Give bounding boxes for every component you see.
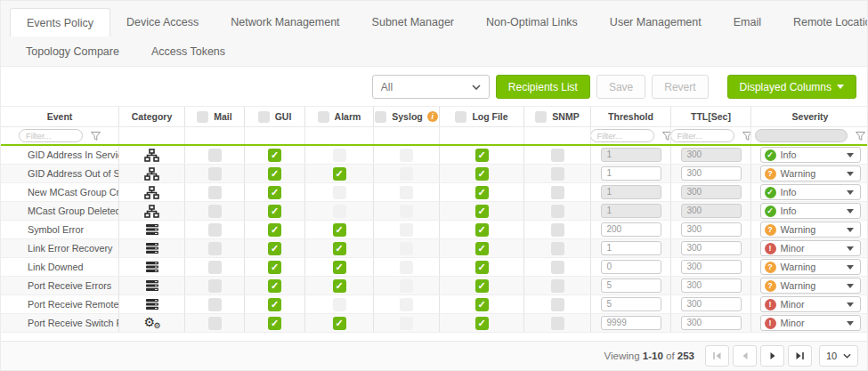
tab-email[interactable]: Email [718, 8, 777, 36]
threshold-input[interactable]: 1 [601, 241, 661, 255]
alarm-checkbox[interactable] [333, 298, 346, 311]
severity-select[interactable]: ?Warning [760, 222, 861, 238]
ttl-input[interactable]: 300 [681, 316, 742, 330]
threshold-input[interactable]: 200 [601, 222, 661, 237]
page-size-select[interactable]: 10 [819, 345, 858, 367]
syslog-checkbox[interactable] [400, 242, 413, 255]
ttl-input[interactable]: 300 [681, 260, 742, 274]
info-icon[interactable]: i [427, 111, 438, 122]
syslog-checkbox[interactable] [400, 223, 413, 237]
tab-topology-compare[interactable]: Topology Compare [10, 37, 135, 66]
gui-checkbox[interactable]: ✓ [268, 242, 281, 255]
log-file-checkbox[interactable]: ✓ [475, 261, 489, 274]
gui-checkbox[interactable]: ✓ [268, 167, 281, 181]
syslog-checkbox[interactable] [400, 167, 413, 181]
syslog-select-all-checkbox[interactable] [375, 111, 386, 123]
alarm-checkbox[interactable]: ✓ [333, 261, 346, 274]
event-filter-select[interactable]: All [372, 75, 490, 99]
tab-events-policy[interactable]: Events Policy [10, 8, 110, 36]
alarm-checkbox[interactable]: ✓ [333, 223, 346, 237]
log-file-checkbox[interactable]: ✓ [475, 205, 489, 218]
severity-info-icon: ✓ [765, 206, 776, 217]
threshold-filter-input[interactable] [590, 129, 654, 142]
tab-remote-location[interactable]: Remote Location [777, 8, 868, 36]
displayed-columns-button[interactable]: Displayed Columns [727, 75, 856, 99]
severity-select[interactable]: ✓Info [760, 203, 861, 219]
recipients-list-button[interactable]: Recipients List [496, 75, 590, 99]
log-file-checkbox[interactable]: ✓ [475, 186, 489, 199]
syslog-checkbox[interactable] [400, 261, 413, 274]
alarm-checkbox[interactable] [333, 205, 346, 218]
threshold-input[interactable]: 9999 [601, 316, 661, 330]
funnel-filter-icon[interactable] [856, 132, 865, 141]
syslog-checkbox[interactable] [400, 298, 413, 311]
gui-checkbox[interactable]: ✓ [268, 205, 281, 218]
gui-select-all-checkbox[interactable] [258, 111, 270, 123]
tab-subnet-manager[interactable]: Subnet Manager [356, 8, 470, 36]
tab-access-tokens[interactable]: Access Tokens [135, 37, 241, 66]
severity-select[interactable]: ✓Info [760, 147, 861, 163]
log-file-checkbox[interactable]: ✓ [475, 317, 489, 330]
severity-select[interactable]: !Minor [760, 315, 861, 331]
severity-select[interactable]: ✓Info [760, 184, 861, 200]
syslog-checkbox[interactable] [400, 205, 413, 218]
threshold-input[interactable]: 5 [601, 278, 661, 293]
gui-checkbox[interactable]: ✓ [268, 279, 281, 293]
syslog-checkbox[interactable] [400, 317, 413, 330]
column-header-severity: Severity [750, 107, 868, 126]
threshold-input[interactable]: 0 [601, 260, 661, 274]
column-header-ttl-sec: TTL[Sec] [670, 107, 750, 126]
pagination-bar: Viewing 1-10 of 253 10 [1, 341, 867, 370]
ttl-input[interactable]: 300 [681, 222, 742, 237]
ttl-input[interactable]: 300 [681, 297, 742, 311]
gui-checkbox[interactable]: ✓ [268, 186, 281, 199]
severity-select[interactable]: ?Warning [760, 165, 861, 181]
log-file-checkbox[interactable]: ✓ [475, 298, 489, 311]
ttl-input[interactable]: 300 [681, 166, 742, 181]
alarm-checkbox[interactable]: ✓ [333, 242, 346, 255]
log-file-checkbox[interactable]: ✓ [475, 149, 489, 162]
funnel-filter-icon[interactable] [662, 132, 671, 141]
mail-select-all-checkbox[interactable] [197, 111, 208, 123]
log-file-checkbox[interactable]: ✓ [475, 242, 489, 255]
last-page-button[interactable] [788, 345, 812, 367]
alarm-checkbox[interactable]: ✓ [333, 167, 346, 181]
gui-checkbox[interactable]: ✓ [268, 223, 281, 237]
next-page-button[interactable] [760, 345, 784, 367]
syslog-checkbox[interactable] [400, 186, 413, 199]
alarm-checkbox[interactable] [333, 186, 346, 199]
severity-select[interactable]: !Minor [760, 296, 861, 312]
tab-user-management[interactable]: User Management [594, 8, 718, 36]
log-file-select-all-checkbox[interactable] [455, 111, 466, 123]
event-filter-input[interactable] [19, 129, 83, 142]
tab-device-access[interactable]: Device Access [110, 8, 215, 36]
log-file-checkbox[interactable]: ✓ [475, 167, 489, 181]
alarm-select-all-checkbox[interactable] [318, 111, 329, 123]
log-file-checkbox[interactable]: ✓ [475, 223, 489, 237]
gui-checkbox[interactable]: ✓ [268, 149, 281, 162]
snmp-select-all-checkbox[interactable] [535, 111, 547, 123]
funnel-filter-icon[interactable] [742, 132, 751, 141]
alarm-checkbox[interactable] [333, 149, 346, 162]
severity-select[interactable]: ?Warning [760, 259, 861, 275]
severity-select[interactable]: ?Warning [760, 278, 861, 294]
tab-network-management[interactable]: Network Management [215, 8, 355, 36]
alarm-checkbox[interactable]: ✓ [333, 279, 346, 293]
ttl-sec-filter-input[interactable] [670, 129, 734, 142]
threshold-input[interactable]: 5 [601, 297, 661, 311]
gui-checkbox[interactable]: ✓ [268, 298, 281, 311]
ttl-input[interactable]: 300 [681, 241, 742, 255]
gui-checkbox[interactable]: ✓ [268, 261, 281, 274]
tab-non-optimal-links[interactable]: Non-Optimal Links [470, 8, 594, 36]
syslog-checkbox[interactable] [400, 279, 413, 293]
log-file-checkbox[interactable]: ✓ [475, 279, 489, 293]
severity-cell: !Minor [750, 314, 868, 332]
funnel-filter-icon[interactable] [91, 132, 101, 141]
severity-select[interactable]: !Minor [760, 240, 861, 256]
mail-checkbox [208, 279, 222, 293]
syslog-checkbox[interactable] [400, 149, 413, 162]
ttl-input[interactable]: 300 [681, 278, 742, 293]
gui-checkbox[interactable]: ✓ [268, 317, 281, 330]
alarm-checkbox[interactable]: ✓ [333, 317, 346, 330]
threshold-input[interactable]: 1 [601, 166, 661, 181]
